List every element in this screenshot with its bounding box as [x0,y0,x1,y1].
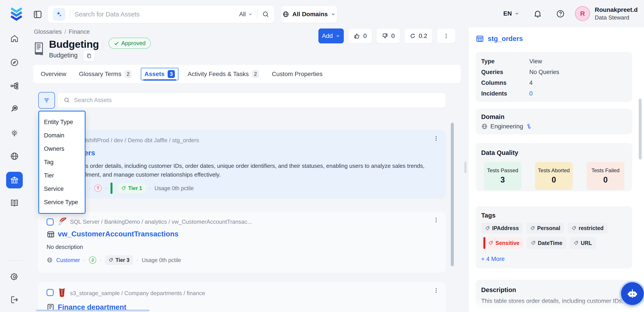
chat-assistant-button[interactable] [621,282,644,305]
filter-option-service-type[interactable]: Service Type [39,196,85,209]
score-button[interactable]: 0.2 [404,29,432,43]
tier-badge[interactable]: Tier 1 [118,183,146,193]
global-search-placeholder[interactable]: Search for Data Assets [74,11,140,18]
tag-icon [488,241,493,245]
asset-card-stg-orders[interactable]: dbtRedshiftProd / dev / Demo dbt Jaffle … [38,130,446,198]
owner-avatar[interactable]: T [94,185,102,192]
filter-option-entity-type[interactable]: Entity Type [39,115,85,129]
sidebar-item-logout[interactable] [6,291,23,308]
tab-overview[interactable]: Overview [41,71,66,78]
sidebar-item-glossary[interactable] [6,195,23,211]
all-domains-button[interactable]: All Domains [281,6,337,23]
hierarchy-link-icon[interactable] [526,124,531,129]
tag-sensitive[interactable]: Sensitive [481,237,524,249]
notifications-button[interactable] [533,9,542,19]
user-menu[interactable]: R Rounakpreet.d Data Steward [575,6,644,21]
domain-value-link[interactable]: Engineering [490,123,523,130]
sidebar-item-observability[interactable] [6,101,23,117]
sidebar-item-discover[interactable] [6,54,23,71]
asset-card-vw-customeraccounttransactions[interactable]: SQL Server / BankingDemo / analytics / v… [38,212,446,273]
panel-resize-handle[interactable] [464,162,466,173]
tier-propagation-bar [110,183,112,194]
app-logo[interactable] [8,6,24,23]
panel-tags-card: Tags IPAddress Personal restricted Sensi… [476,206,632,268]
help-button[interactable] [556,9,565,19]
search-icon[interactable] [262,11,269,18]
sidebar-item-settings[interactable] [6,268,23,285]
sidebar-item-lineage[interactable] [6,78,23,94]
avatar-initial: R [580,10,585,17]
asset-checkbox[interactable] [46,218,54,225]
asset-domain-link[interactable]: Customer [56,257,80,263]
filter-option-domain[interactable]: Domain [39,129,85,142]
asset-checkbox[interactable] [46,289,54,296]
filter-option-tier[interactable]: Tier [39,169,85,182]
panel-scrollbar[interactable] [639,99,642,160]
status-badge[interactable]: Approved [108,38,151,49]
sidebar-divider [6,260,23,261]
ai-sparkle-icon[interactable] [53,8,66,21]
incidents-link[interactable]: 0 [529,90,559,97]
open-book-icon [10,199,19,208]
tag-ipaddress[interactable]: IPAddress [481,223,523,234]
title-divider [102,39,103,50]
all-domains-label: All Domains [292,11,328,18]
asset-name-link[interactable]: vw_CustomerAccountTransactions [58,230,178,238]
copy-button[interactable] [84,50,94,61]
tab-glossary-terms[interactable]: Glossary Terms2 [79,70,132,78]
tab-activity-feeds[interactable]: Activity Feeds & Tasks2 [188,70,259,78]
assets-vertical-scrollbar[interactable] [451,123,454,266]
tag-restricted[interactable]: restricted [568,223,608,234]
asset-detail-panel: stg_orders TypeView QueriesNo Queries Co… [468,27,644,312]
tag-datetime[interactable]: DateTime [527,237,566,249]
card-menu-button[interactable] [431,133,441,143]
queries-value: No Queries [529,69,559,76]
tags-more-link[interactable]: + 4 More [481,256,504,262]
description-heading: Description [481,286,516,293]
filter-option-service[interactable]: Service [39,182,85,196]
usage-percentile: Usage 0th pctile [154,185,194,192]
filter-option-tag[interactable]: Tag [39,155,85,169]
tier-badge[interactable]: Tier 3 [105,255,133,265]
upvote-button[interactable]: 0 [348,29,372,43]
owner-avatar[interactable]: J [89,256,96,264]
tag-icon [531,241,536,245]
sidebar-item-governance[interactable] [6,172,23,188]
filter-button[interactable] [38,92,55,109]
domain-heading: Domain [481,113,504,120]
asset-card-finance-department[interactable]: s3_storage_sample / Company departments … [38,282,446,312]
logout-icon [10,295,19,304]
add-button[interactable]: Add [318,29,344,43]
tests-passed-stat: Tests Passed 3 [484,162,522,190]
panel-data-quality-card: Data Quality Tests Passed 3 Tests Aborte… [476,143,632,191]
view-table-icon [476,34,484,43]
more-actions-button[interactable] [437,29,456,43]
sidebar-toggle-button[interactable] [33,10,42,19]
panel-info-card: TypeView QueriesNo Queries Columns4 Inci… [476,52,632,102]
tab-assets[interactable]: Assets3 [141,68,178,80]
tab-custom-properties[interactable]: Custom Properties [272,71,322,78]
tag-icon [108,258,113,262]
tag-personal[interactable]: Personal [526,223,564,234]
refresh-icon [410,33,416,39]
sidebar-item-insights[interactable] [6,125,23,141]
tag-url[interactable]: URL [570,237,596,249]
asset-description: This table stores order details, includi… [46,162,438,179]
assets-horizontal-scrollbar[interactable] [36,309,150,311]
assets-search-input[interactable]: Search Assets [58,92,446,108]
sidebar-item-home[interactable] [6,30,23,47]
breadcrumb-finance[interactable]: Finance [69,29,90,35]
global-search-bar[interactable]: Search for Data Assets All [48,5,274,23]
search-scope-dropdown[interactable]: All [239,11,253,18]
page-title: Budgeting [49,38,99,50]
card-menu-button[interactable] [431,215,441,225]
breadcrumb-glossaries[interactable]: Glossaries [34,29,62,35]
tag-icon [574,241,578,245]
card-menu-button[interactable] [431,285,441,295]
sidebar-item-web[interactable] [6,148,23,165]
language-selector[interactable]: EN [503,10,519,17]
downvote-button[interactable]: 0 [376,29,400,43]
tag-icon [530,226,535,231]
filter-option-owners[interactable]: Owners [39,142,85,155]
panel-asset-title[interactable]: stg_orders [488,35,523,43]
